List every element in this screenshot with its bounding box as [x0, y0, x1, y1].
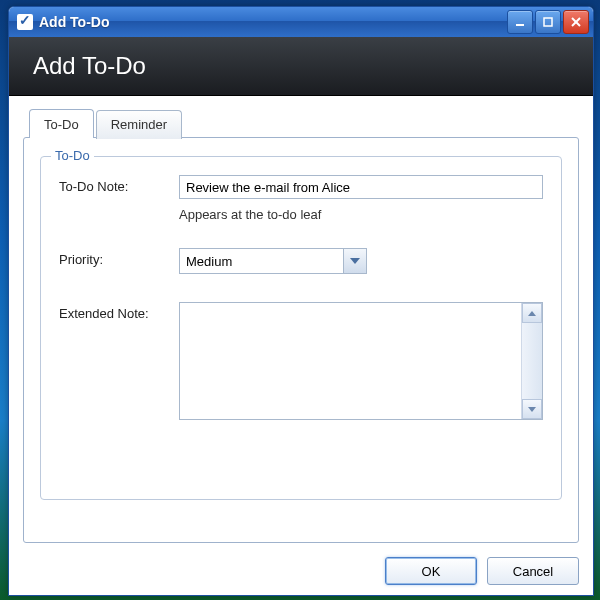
titlebar[interactable]: Add To-Do — [9, 7, 593, 37]
groupbox-title: To-Do — [51, 148, 94, 163]
priority-value: Medium — [180, 249, 343, 273]
tab-todo[interactable]: To-Do — [29, 109, 94, 138]
dialog-button-row: OK Cancel — [23, 543, 579, 585]
note-helper: Appears at the to-do leaf — [179, 207, 543, 222]
row-extended: Extended Note: — [59, 302, 543, 420]
svg-marker-6 — [528, 407, 536, 412]
tab-reminder[interactable]: Reminder — [96, 110, 182, 139]
svg-rect-1 — [544, 18, 552, 26]
page-heading: Add To-Do — [33, 52, 146, 80]
groupbox-todo: To-Do To-Do Note: Appears at the to-do l… — [40, 156, 562, 500]
scroll-down-button[interactable] — [522, 399, 542, 419]
ok-button[interactable]: OK — [385, 557, 477, 585]
svg-marker-4 — [350, 258, 360, 264]
label-priority: Priority: — [59, 248, 179, 267]
svg-rect-0 — [516, 24, 524, 26]
scrollbar-vertical[interactable] — [521, 303, 542, 419]
app-icon — [17, 14, 33, 30]
header-band: Add To-Do — [9, 37, 593, 96]
tab-label: Reminder — [111, 117, 167, 132]
tab-label: To-Do — [44, 117, 79, 132]
svg-marker-5 — [528, 311, 536, 316]
tabstrip: To-Do Reminder — [29, 108, 579, 137]
close-button[interactable] — [563, 10, 589, 34]
row-priority: Priority: Medium — [59, 248, 543, 274]
close-icon — [571, 17, 581, 27]
extended-note-input[interactable] — [180, 303, 521, 419]
dialog-window: Add To-Do Add To-Do To-Do Reminder — [8, 6, 594, 596]
label-extended: Extended Note: — [59, 302, 179, 321]
chevron-down-icon — [350, 258, 360, 264]
chevron-down-icon — [528, 407, 536, 412]
label-note: To-Do Note: — [59, 175, 179, 194]
priority-dropdown-button[interactable] — [343, 249, 366, 273]
minimize-button[interactable] — [507, 10, 533, 34]
client-area: To-Do Reminder To-Do To-Do Note: Appears… — [9, 96, 593, 595]
scroll-up-button[interactable] — [522, 303, 542, 323]
maximize-button[interactable] — [535, 10, 561, 34]
maximize-icon — [543, 17, 553, 27]
window-controls — [507, 10, 589, 34]
priority-combobox[interactable]: Medium — [179, 248, 367, 274]
cancel-button[interactable]: Cancel — [487, 557, 579, 585]
row-note: To-Do Note: — [59, 175, 543, 199]
minimize-icon — [515, 17, 525, 27]
note-input[interactable] — [179, 175, 543, 199]
tabpage-todo: To-Do To-Do Note: Appears at the to-do l… — [23, 137, 579, 543]
chevron-up-icon — [528, 311, 536, 316]
extended-note-wrap — [179, 302, 543, 420]
window-title: Add To-Do — [39, 14, 507, 30]
